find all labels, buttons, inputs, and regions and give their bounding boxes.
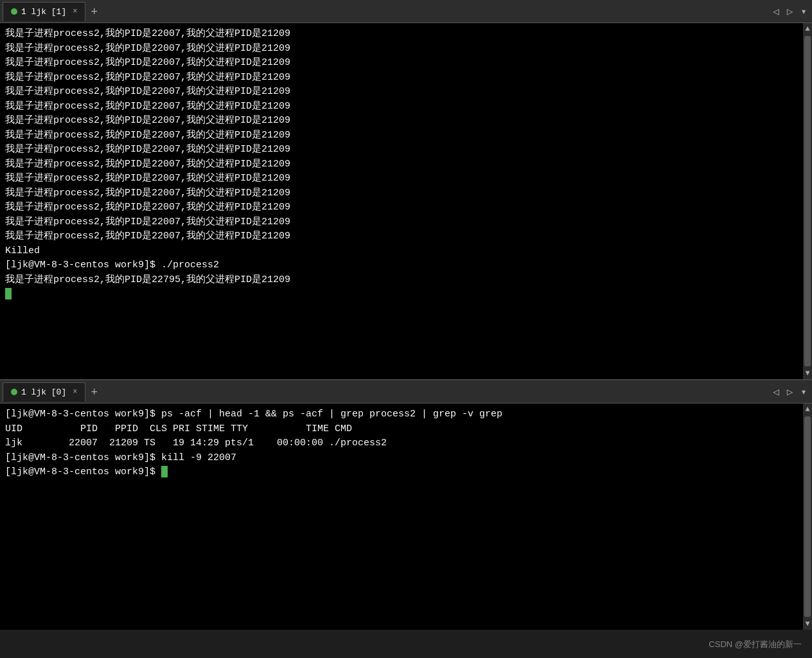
top-nav-left-icon[interactable]: ◁ — [770, 5, 782, 18]
top-terminal-line: 我是子进程process2,我的PID是22007,我的父进程PID是21209 — [5, 129, 799, 143]
bottom-nav-left-icon[interactable]: ◁ — [770, 386, 782, 398]
top-terminal-line: 我是子进程process2,我的PID是22007,我的父进程PID是21209 — [5, 71, 799, 85]
bottom-scroll-up[interactable]: ▲ — [803, 404, 812, 415]
bottom-tab-add[interactable]: + — [85, 382, 103, 402]
top-terminal-lines: 我是子进程process2,我的PID是22007,我的父进程PID是21209… — [5, 27, 799, 302]
bottom-scroll-thumb[interactable] — [804, 416, 811, 617]
top-nav-down-icon[interactable]: ▾ — [798, 5, 809, 18]
top-scroll-up[interactable]: ▲ — [803, 23, 812, 35]
bottom-scroll-down[interactable]: ▼ — [803, 618, 812, 630]
bottom-terminal-lines: [ljk@VM-8-3-centos work9]$ ps -acf | hea… — [5, 407, 799, 480]
top-tab-add[interactable]: + — [85, 2, 103, 21]
top-pane-wrapper: 我是子进程process2,我的PID是22007,我的父进程PID是21209… — [0, 23, 812, 379]
top-terminal-line: 我是子进程process2,我的PID是22007,我的父进程PID是21209 — [5, 27, 799, 42]
bottom-scrollbar: ▲ ▼ — [803, 404, 812, 630]
bottom-tab-label: 1 ljk [0] — [21, 387, 66, 397]
top-terminal-line: 我是子进程process2,我的PID是22007,我的父进程PID是21209 — [5, 200, 799, 215]
bottom-terminal: [ljk@VM-8-3-centos work9]$ ps -acf | hea… — [0, 404, 812, 630]
top-tab[interactable]: 1 ljk [1] × — [3, 2, 85, 21]
top-terminal-line: 我是子进程process2,我的PID是22007,我的父进程PID是21209 — [5, 186, 799, 201]
top-scrollbar: ▲ ▼ — [803, 23, 812, 379]
top-tab-label: 1 ljk [1] — [21, 7, 66, 17]
bottom-tab-bar: 1 ljk [0] × + ◁ ▷ ▾ — [0, 380, 812, 404]
app-container: 1 ljk [1] × + ◁ ▷ ▾ 我是子进程process2,我的PID是… — [0, 0, 812, 658]
top-terminal-line: 我是子进程process2,我的PID是22007,我的父进程PID是21209 — [5, 229, 799, 244]
top-scroll-down[interactable]: ▼ — [803, 368, 812, 379]
top-nav-right-icon[interactable]: ▷ — [784, 5, 796, 18]
top-tab-close[interactable]: × — [73, 7, 77, 16]
top-tab-dot — [11, 8, 17, 15]
bottom-section: 1 ljk [0] × + ◁ ▷ ▾ [ljk@VM-8-3-centos w… — [0, 379, 812, 628]
bottom-tab-nav: ◁ ▷ ▾ — [770, 386, 809, 398]
top-terminal-line: 我是子进程process2,我的PID是22007,我的父进程PID是21209 — [5, 42, 799, 57]
bottom-terminal-line: [ljk@VM-8-3-centos work9]$ ps -acf | hea… — [5, 407, 799, 422]
watermark: CSDN @爱打酱油的新一 — [709, 639, 802, 650]
top-terminal-line: 我是子进程process2,我的PID是22007,我的父进程PID是21209 — [5, 143, 799, 157]
top-terminal-line: 我是子进程process2,我的PID是22007,我的父进程PID是21209 — [5, 114, 799, 129]
bottom-tab[interactable]: 1 ljk [0] × — [3, 382, 85, 402]
bottom-tab-close[interactable]: × — [73, 387, 77, 396]
top-terminal-line: 我是子进程process2,我的PID是22007,我的父进程PID是21209 — [5, 56, 799, 71]
top-terminal: 我是子进程process2,我的PID是22007,我的父进程PID是21209… — [0, 23, 812, 379]
bottom-nav-down-icon[interactable]: ▾ — [798, 386, 809, 398]
top-terminal-line: 我是子进程process2,我的PID是22007,我的父进程PID是21209 — [5, 215, 799, 230]
top-cursor-line — [5, 287, 799, 302]
top-terminal-line: 我是子进程process2,我的PID是22007,我的父进程PID是21209 — [5, 85, 799, 100]
bottom-terminal-line: [ljk@VM-8-3-centos work9]$ — [5, 465, 799, 480]
top-terminal-line: [ljk@VM-8-3-centos work9]$ ./process2 — [5, 258, 799, 273]
top-section: 1 ljk [1] × + ◁ ▷ ▾ 我是子进程process2,我的PID是… — [0, 0, 812, 379]
bottom-terminal-line: UID PID PPID CLS PRI STIME TTY TIME CMD — [5, 422, 799, 437]
bottom-pane-wrapper: [ljk@VM-8-3-centos work9]$ ps -acf | hea… — [0, 404, 812, 630]
top-cursor — [5, 288, 12, 299]
bottom-terminal-line: ljk 22007 21209 TS 19 14:29 pts/1 00:00:… — [5, 436, 799, 451]
bottom-nav-right-icon[interactable]: ▷ — [784, 386, 796, 398]
bottom-terminal-line: [ljk@VM-8-3-centos work9]$ kill -9 22007 — [5, 451, 799, 466]
top-tab-nav: ◁ ▷ ▾ — [770, 5, 809, 18]
top-terminal-line: Killed — [5, 244, 799, 259]
top-terminal-line: 我是子进程process2,我的PID是22795,我的父进程PID是21209 — [5, 273, 799, 288]
top-terminal-line: 我是子进程process2,我的PID是22007,我的父进程PID是21209 — [5, 100, 799, 114]
bottom-tab-dot — [11, 389, 17, 395]
bottom-cursor — [161, 466, 168, 477]
top-tab-bar: 1 ljk [1] × + ◁ ▷ ▾ — [0, 0, 812, 23]
top-terminal-line: 我是子进程process2,我的PID是22007,我的父进程PID是21209 — [5, 157, 799, 172]
top-terminal-line: 我是子进程process2,我的PID是22007,我的父进程PID是21209 — [5, 172, 799, 186]
top-scroll-thumb[interactable] — [804, 36, 811, 366]
